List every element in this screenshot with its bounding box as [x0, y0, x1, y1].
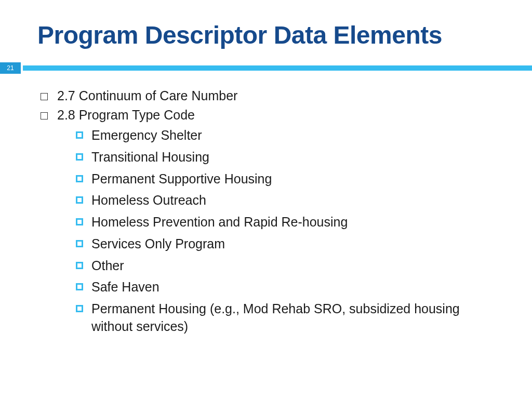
- sub-list-item-text: Emergency Shelter: [91, 127, 202, 144]
- sub-list-item-text: Services Only Program: [91, 235, 225, 253]
- sublist-wrapper: Emergency Shelter Transitional Housing P…: [41, 127, 501, 336]
- square-outline-bullet-icon: [76, 175, 83, 182]
- square-bullet-icon: [41, 112, 48, 119]
- content-area: 2.7 Continuum of Care Number 2.8 Program…: [0, 74, 532, 336]
- list-item: 2.8 Program Type Code: [41, 108, 501, 123]
- sub-list-item-text: Transitional Housing: [91, 149, 209, 166]
- sub-list-item: Permanent Supportive Housing: [76, 170, 501, 188]
- slide-title: Program Descriptor Data Elements: [0, 0, 532, 62]
- sub-list-item: Safe Haven: [76, 278, 501, 296]
- sub-list-item: Services Only Program: [76, 235, 501, 253]
- sub-list-item-text: Permanent Housing (e.g., Mod Rehab SRO, …: [91, 300, 501, 336]
- sub-list-item-text: Homeless Prevention and Rapid Re-housing: [91, 214, 348, 231]
- slide-container: Program Descriptor Data Elements 21 2.7 …: [0, 0, 532, 399]
- square-outline-bullet-icon: [76, 218, 83, 225]
- sub-list-item-text: Homeless Outreach: [91, 192, 206, 209]
- square-outline-bullet-icon: [76, 153, 83, 161]
- square-outline-bullet-icon: [76, 131, 83, 139]
- sub-level-list: Emergency Shelter Transitional Housing P…: [76, 127, 501, 336]
- top-level-list: 2.7 Continuum of Care Number 2.8 Program…: [41, 88, 501, 123]
- square-outline-bullet-icon: [76, 262, 83, 269]
- page-number-badge: 21: [0, 62, 21, 74]
- square-outline-bullet-icon: [76, 196, 83, 204]
- divider-bar: 21: [0, 62, 532, 74]
- sub-list-item: Emergency Shelter: [76, 127, 501, 144]
- list-item: 2.7 Continuum of Care Number: [41, 88, 501, 103]
- divider-line: [23, 65, 532, 71]
- square-outline-bullet-icon: [76, 283, 83, 290]
- square-bullet-icon: [41, 93, 48, 100]
- sub-list-item-text: Permanent Supportive Housing: [91, 170, 272, 188]
- sub-list-item: Permanent Housing (e.g., Mod Rehab SRO, …: [76, 300, 501, 336]
- sub-list-item: Homeless Outreach: [76, 192, 501, 209]
- sub-list-item: Homeless Prevention and Rapid Re-housing: [76, 214, 501, 231]
- list-item-text: 2.8 Program Type Code: [57, 108, 501, 123]
- sub-list-item-text: Safe Haven: [91, 278, 159, 296]
- sub-list-item: Other: [76, 257, 501, 275]
- square-outline-bullet-icon: [76, 305, 83, 312]
- list-item-text: 2.7 Continuum of Care Number: [57, 88, 501, 103]
- square-outline-bullet-icon: [76, 240, 83, 247]
- sub-list-item: Transitional Housing: [76, 149, 501, 166]
- sub-list-item-text: Other: [91, 257, 124, 275]
